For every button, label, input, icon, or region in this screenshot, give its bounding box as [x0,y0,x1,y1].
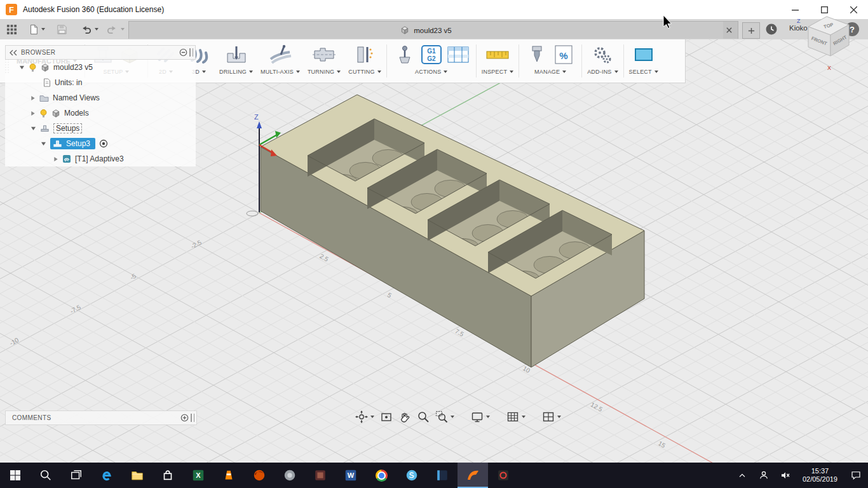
browser-item-root[interactable]: mould23 v5 [5,60,196,75]
ribbon-group-multi-axis[interactable]: MULTI-AXIS [257,39,304,83]
photoshop-icon[interactable] [427,463,458,488]
tray-chevron-icon[interactable] [731,463,753,488]
expand-arrow-icon[interactable] [19,65,25,70]
browser-title: BROWSER [21,49,55,56]
drilling-icon[interactable] [224,44,249,65]
component-icon [51,109,60,118]
browser-item-label: Models [64,109,89,118]
zoom-button[interactable] [415,409,431,424]
store-icon[interactable] [153,463,183,488]
navigation-toolbar [353,409,563,424]
zoom-window-icon [435,410,448,423]
ribbon-group-inspect[interactable]: INSPECT [478,39,517,83]
orbit-button[interactable] [353,409,376,424]
close-document-icon[interactable] [723,22,735,39]
browser-item-setups[interactable]: Setups [5,121,196,136]
turning-icon[interactable] [311,44,337,65]
selected-highlight[interactable]: Setup3 [50,138,95,149]
collapsed-arrow-icon[interactable] [31,111,36,116]
pan-button[interactable] [397,409,413,424]
browser-item-setup3[interactable]: Setup3 [5,136,196,151]
cutting-icon[interactable] [352,44,377,65]
chrome-icon[interactable] [366,463,397,488]
fusion-360-icon[interactable] [458,463,488,488]
app-dark-icon[interactable] [305,463,336,488]
zoom-window-button[interactable] [433,409,456,424]
post-process-icon[interactable] [392,44,417,65]
browser-item-named-views[interactable]: Named Views [5,90,196,105]
grid-snap-button[interactable] [505,409,527,424]
browser-item-units[interactable]: Units: in [5,75,196,90]
word-icon[interactable]: W [336,463,366,488]
volume-muted-icon[interactable] [775,463,796,488]
viewports-button[interactable] [540,409,563,424]
app-grid-icon[interactable] [4,21,20,37]
tab-mould23-v5[interactable]: mould23 v5 [129,22,723,39]
ribbon-group-select[interactable]: SELECT [625,39,662,83]
undo-button[interactable] [78,21,101,37]
taskbar-clock[interactable]: 15:37 02/05/2019 [796,467,844,484]
title-bar: F Autodesk Fusion 360 (Education License… [0,0,868,20]
redo-icon [106,24,118,35]
browser-header[interactable]: BROWSER [5,45,196,60]
edge-icon[interactable] [92,463,122,488]
firefox-icon[interactable] [244,463,275,488]
ribbon-group-add-ins[interactable]: ADD-INS [583,39,621,83]
comments-title: COMMENTS [12,414,51,421]
excel-icon[interactable]: X [183,463,214,488]
collapsed-arrow-icon[interactable] [53,156,58,162]
job-status-icon[interactable] [765,23,778,36]
collapse-all-icon[interactable] [179,48,187,57]
panel-resize-handle[interactable] [191,414,194,422]
visibility-bulb-icon[interactable] [29,63,37,72]
add-ins-gears-icon[interactable] [590,44,615,65]
expand-arrow-icon[interactable] [31,126,36,131]
svg-text:W: W [348,471,355,479]
ribbon-group-actions[interactable]: G1 G2 ACTIONS [388,39,475,83]
ribbon-group-drilling[interactable]: DRILLING [215,39,257,83]
app-blue-icon[interactable] [397,463,427,488]
action-center-icon[interactable] [844,463,868,488]
ribbon-group-cutting[interactable]: CUTTING [344,39,384,83]
setups-folder-icon [40,124,50,133]
look-at-button[interactable] [378,409,395,424]
collapsed-arrow-icon[interactable] [31,95,36,101]
file-explorer-icon[interactable] [122,463,153,488]
app-gray-icon[interactable] [275,463,305,488]
g-code-icon[interactable]: G1 G2 [419,44,444,65]
view-cube[interactable]: TOP FRONT RIGHT Z X [789,13,862,73]
ribbon-group-turning[interactable]: TURNING [304,39,344,83]
file-menu-button[interactable] [26,21,48,37]
visibility-bulb-icon[interactable] [39,109,48,118]
expand-comments-icon[interactable] [180,414,189,422]
collapse-panel-icon[interactable] [10,50,17,56]
feeds-speeds-icon[interactable]: % [551,44,576,65]
simulate-icon[interactable] [445,44,471,65]
multi-axis-icon[interactable] [268,44,293,65]
redo-button[interactable] [104,21,127,37]
select-box-icon[interactable] [631,44,656,65]
search-icon[interactable] [31,463,61,488]
active-setup-radio-icon[interactable] [99,139,108,148]
acrobat-icon[interactable] [488,463,519,488]
display-settings-button[interactable] [469,409,492,424]
model-mould[interactable] [261,95,644,367]
task-view-icon[interactable] [61,463,92,488]
save-button[interactable] [54,21,70,37]
people-icon[interactable] [753,463,775,488]
tool-library-icon[interactable] [524,44,550,65]
z-axis-label: Z [254,113,259,121]
expand-arrow-icon[interactable] [41,141,46,146]
grid-icon [506,410,519,423]
comments-bar[interactable]: COMMENTS [5,410,197,425]
ribbon-group-manage[interactable]: % MANAGE [520,39,580,83]
browser-item-adaptive3[interactable]: [T1] Adaptive3 [5,151,196,166]
measure-ruler-icon[interactable] [485,44,510,65]
zoom-icon [417,410,430,423]
browser-item-models[interactable]: Models [5,105,196,121]
viewcube-x-label: X [827,65,831,71]
new-tab-button[interactable] [742,22,760,39]
vlc-icon[interactable] [214,463,244,488]
panel-resize-handle[interactable] [189,48,193,57]
start-button[interactable] [0,463,31,488]
